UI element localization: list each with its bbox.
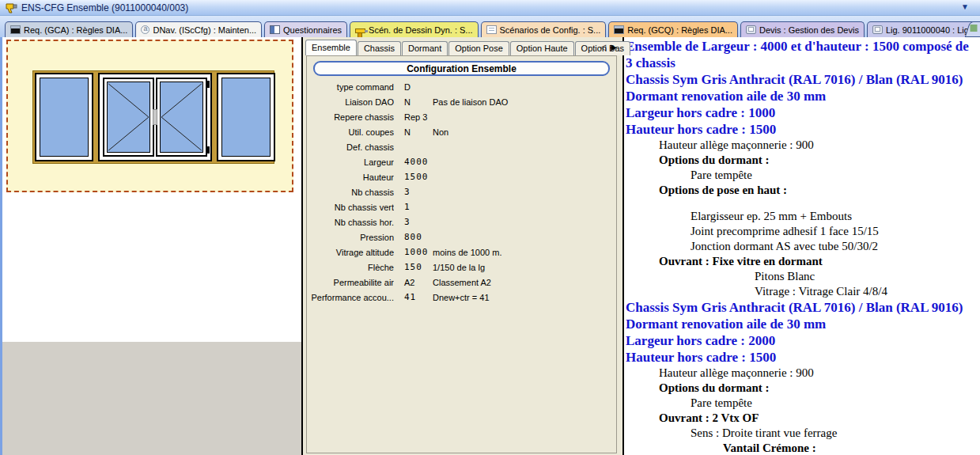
opening-direction-lines (161, 82, 202, 152)
document-tab[interactable]: Req. (GCQ) : Règles DIA... (608, 21, 738, 37)
config-row-label: Largeur (307, 157, 394, 167)
config-row-label: Nb chassis hor. (307, 218, 394, 227)
config-row-value[interactable]: Rep 3 (404, 112, 431, 122)
document-tab[interactable]: Scénarios de Config. : S... (481, 21, 607, 37)
document-tab[interactable]: Scén. de Dessin Dyn. : S... (350, 21, 478, 37)
configuration-tab[interactable]: Option Haute (510, 41, 574, 55)
config-row-value[interactable]: 1000 (404, 247, 431, 257)
description-line: Options de pose en haut : (626, 183, 978, 198)
chassis-casement-center[interactable] (98, 73, 212, 161)
description-line: Vantail Crémone : (626, 441, 978, 455)
sash-right[interactable] (156, 78, 207, 157)
scroll-left-arrow-icon[interactable]: ◁ (600, 43, 607, 51)
selection-region[interactable] (6, 40, 293, 192)
document-tab[interactable]: Devis : Gestion des Devis (740, 21, 865, 37)
config-row: Vitrage altitude 1000 moins de 1000 m. (307, 245, 616, 260)
config-row-value[interactable]: A2 (404, 278, 431, 287)
description-line: Hauteur allège maçonnerie : 900 (626, 138, 978, 153)
document-tab[interactable]: DNav. (IScCfg) : Mainten... (135, 21, 262, 37)
description-line: Options du dormant : (626, 153, 978, 168)
config-row: Nb chassis vert 1 (307, 199, 616, 214)
config-row-label: Def. chassis (307, 142, 394, 152)
config-row: Util. coupes N Non (307, 124, 616, 139)
tab-label: Req. (GCQ) : Règles DIA... (627, 25, 732, 35)
configuration-tab[interactable]: Option Pose (448, 41, 509, 55)
description-line: Ouvrant : Fixe vitre en dormant (626, 254, 978, 269)
tab-icon (141, 25, 149, 34)
description-line: Elargisseur ep. 25 mm + Embouts (626, 209, 978, 224)
config-row-label: Flèche (307, 263, 394, 272)
sash-left[interactable] (103, 78, 154, 157)
config-row-label: Util. coupes (307, 127, 394, 137)
config-row: Hauteur 1500 (307, 169, 616, 184)
glass-pane (160, 82, 203, 153)
description-line: Options du dormant : (626, 381, 978, 396)
config-row-label: Permeabilite air (307, 278, 394, 287)
description-line: Largeur hors cadre : 2000 (626, 332, 978, 349)
config-row-value[interactable]: 4000 (404, 157, 431, 167)
glass-pane (221, 78, 271, 157)
document-tab[interactable]: Req. (GCA) : Règles DIA... (5, 21, 133, 37)
description-line (626, 198, 978, 209)
window-title: ENS-CFG Ensemble (9011000040/003) (21, 2, 188, 13)
config-row-value[interactable]: 3 (404, 217, 431, 227)
document-tabbar: Req. (GCA) : Règles DIA... DNav. (IScCfg… (0, 16, 980, 37)
description-panel[interactable]: Ensemble de Largeur : 4000 et d'hauteur … (622, 37, 980, 455)
ensemble-drawing[interactable] (32, 70, 274, 164)
configuration-tab[interactable]: Chassis (358, 41, 401, 55)
configuration-rows: type command D Liaison DAO N Pas de liai… (307, 79, 616, 305)
tab-label: Questionnaires (283, 25, 342, 35)
configuration-tab[interactable]: Dormant (402, 41, 448, 55)
tab-icon (270, 25, 280, 34)
description-line: Pare tempête (626, 168, 978, 183)
chassis-fixed-left[interactable] (35, 73, 93, 161)
configuration-tab[interactable]: Ensemble (305, 40, 357, 55)
config-row-value[interactable]: D (404, 82, 431, 92)
glass-pane (107, 82, 150, 153)
tab-icon (746, 25, 756, 34)
hinge-mark-bottom (207, 146, 210, 154)
config-row: Flèche 150 1/150 de la lg (307, 260, 616, 275)
description-line: Pitons Blanc (626, 269, 978, 284)
configuration-panel: ◁ ▶ Ensemble Chassis Dormant Option Pose… (303, 37, 622, 455)
config-row-value[interactable]: 150 (404, 262, 431, 272)
partial-tab-icon (970, 25, 977, 32)
document-tab[interactable]: Lig. 9011000040 : Ligne... (867, 21, 980, 37)
config-row: Largeur 4000 (307, 154, 616, 169)
config-row-label: Performance accou... (307, 293, 394, 302)
config-row-description: Non (433, 127, 448, 137)
description-line: Pare tempête (626, 396, 978, 411)
tab-overflow-arrow[interactable]: ▼ (961, 2, 969, 11)
config-row-label: Hauteur (307, 173, 394, 182)
drawing-panel-background (2, 342, 301, 455)
config-row: type command D (307, 79, 616, 94)
config-row-label: Vitrage altitude (307, 248, 394, 257)
config-row-value[interactable]: 1 (404, 202, 431, 212)
config-row: Repere chassis Rep 3 (307, 109, 616, 124)
window-titlebar: ENS-CFG Ensemble (9011000040/003) ▼ (0, 0, 980, 16)
config-row-label: type command (307, 82, 394, 92)
tab-label: Req. (GCA) : Règles DIA... (24, 25, 127, 35)
config-row-label: Nb chassis vert (307, 203, 394, 212)
config-row: Nb chassis hor. 3 (307, 214, 616, 229)
config-row-value[interactable]: 3 (404, 187, 431, 197)
document-tab[interactable]: Questionnaires (264, 21, 347, 37)
config-row-value[interactable]: 800 (404, 232, 431, 242)
tab-icon (872, 25, 883, 34)
config-row-value[interactable]: N (404, 97, 431, 107)
configuration-groupbox: Configuration Ensemble type command D Li… (306, 55, 617, 453)
config-row-value[interactable]: 1500 (404, 172, 431, 182)
tab-icon (486, 25, 497, 34)
description-line: Chassis Sym Gris Anthracit (RAL 7016) / … (626, 299, 978, 332)
description-line: Jonction dormant AS avec tube 50/30/2 (626, 239, 978, 254)
configuration-header-button[interactable]: Configuration Ensemble (313, 61, 610, 76)
config-row-value[interactable]: 41 (404, 292, 431, 302)
drawing-panel[interactable] (0, 37, 303, 455)
chassis-fixed-right[interactable] (217, 73, 275, 161)
hinge-mark-top (207, 81, 210, 88)
tab-icon (355, 28, 365, 33)
description-line: Hauteur hors cadre : 1500 (626, 121, 978, 138)
config-row: Performance accou... 41 Dnew+ctr = 41 (307, 290, 616, 305)
config-row-value[interactable]: N (404, 127, 431, 137)
scroll-right-arrow-icon[interactable]: ▶ (611, 43, 617, 51)
